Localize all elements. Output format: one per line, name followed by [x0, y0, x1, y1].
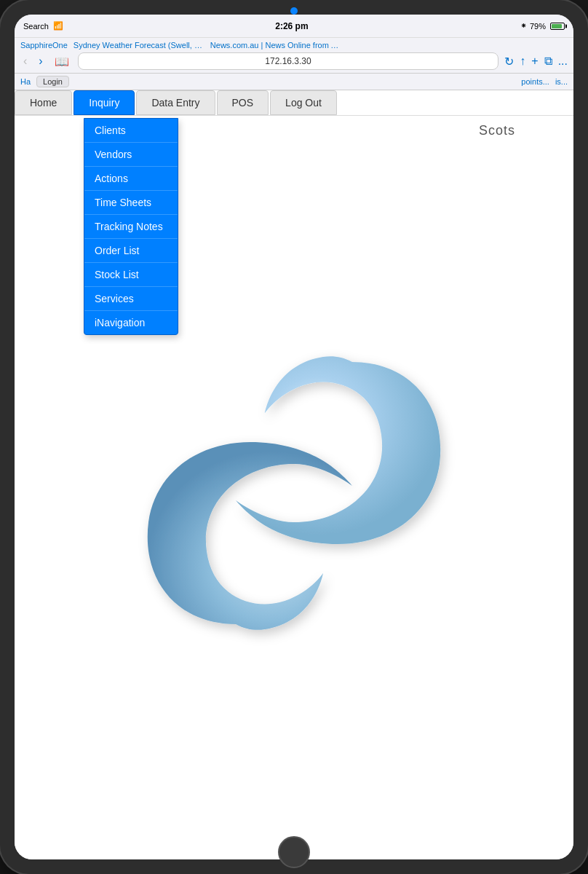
share-button[interactable]: ↑ [520, 55, 525, 68]
app-content: Home Inquiry Data Entry POS Log Out Scot… [15, 90, 573, 859]
wifi-icon: 📶 [53, 21, 63, 31]
nav-logout[interactable]: Log Out [270, 90, 337, 115]
browser-nav: ‹ › 📖 172.16.3.30 ↻ ↑ + [20, 52, 568, 70]
dropdown-tracking-notes[interactable]: Tracking Notes [84, 215, 178, 239]
dropdown-actions[interactable]: Actions [84, 167, 178, 191]
dropdown-services[interactable]: Services [84, 287, 178, 311]
dropdown-clients[interactable]: Clients [84, 119, 178, 143]
bookmark-points[interactable]: points... [521, 77, 549, 86]
status-right: ⁕ 79% [520, 21, 565, 31]
app-nav: Home Inquiry Data Entry POS Log Out [15, 90, 573, 116]
nav-home[interactable]: Home [15, 90, 72, 115]
share-icon: ↑ [520, 55, 525, 67]
ipad-screen: Search 📶 2:26 pm ⁕ 79% SapphireOne Sydne… [15, 15, 573, 859]
back-button[interactable]: ‹ [20, 53, 30, 69]
dropdown-order-list[interactable]: Order List [84, 239, 178, 263]
camera-dot [290, 7, 298, 15]
tab-weather[interactable]: Sydney Weather Forecast (Swell, Wind, Ti… [74, 41, 204, 50]
ipad-frame: Search 📶 2:26 pm ⁕ 79% SapphireOne Sydne… [0, 0, 588, 874]
bookmark-ha[interactable]: Ha [20, 77, 31, 86]
add-tab-icon: + [531, 55, 538, 67]
status-time: 2:26 pm [275, 21, 308, 31]
more-button[interactable]: ... [558, 55, 568, 68]
tabs-overview-button[interactable]: ⧉ [544, 55, 552, 68]
bookmarks-button[interactable]: 📖 [52, 53, 72, 70]
battery-fill [552, 24, 562, 28]
status-left: Search 📶 [23, 21, 63, 31]
dropdown-vendors[interactable]: Vendors [84, 143, 178, 167]
reload-button[interactable]: ↻ [504, 55, 514, 68]
home-button[interactable] [278, 836, 310, 868]
bookmarks-bar: Ha Login points... is... [15, 74, 573, 90]
forward-button[interactable]: › [36, 53, 45, 69]
nav-pos[interactable]: POS [217, 90, 269, 115]
battery-icon [550, 23, 565, 30]
tab-news[interactable]: News.com.au | News Online from Australia… [210, 41, 341, 50]
sapphireone-logo [119, 318, 469, 668]
bookmarks-icon: 📖 [55, 55, 69, 68]
dropdown-inavigation[interactable]: iNavigation [84, 311, 178, 334]
dropdown-time-sheets[interactable]: Time Sheets [84, 191, 178, 215]
nav-inquiry[interactable]: Inquiry [74, 90, 135, 115]
more-icon: ... [558, 55, 568, 67]
url-bar[interactable]: 172.16.3.30 [78, 52, 499, 70]
back-icon: ‹ [23, 55, 27, 67]
reload-icon: ↻ [504, 55, 514, 68]
status-bar: Search 📶 2:26 pm ⁕ 79% [15, 15, 573, 38]
bookmark-is[interactable]: is... [555, 77, 568, 86]
tab-sapphireone[interactable]: SapphireOne [20, 41, 68, 50]
bookmark-login[interactable]: Login [36, 76, 69, 87]
battery-percent: 79% [530, 22, 546, 31]
dropdown-menu: Clients Vendors Actions Time Sheets Trac… [84, 118, 178, 335]
search-label: Search [23, 22, 49, 31]
nav-data-entry[interactable]: Data Entry [136, 90, 215, 115]
dropdown-stock-list[interactable]: Stock List [84, 263, 178, 287]
browser-tabs: SapphireOne Sydney Weather Forecast (Swe… [20, 41, 568, 50]
browser-toolbar: SapphireOne Sydney Weather Forecast (Swe… [15, 38, 573, 74]
bluetooth-icon: ⁕ [520, 21, 527, 31]
tabs-icon: ⧉ [544, 55, 552, 67]
add-tab-button[interactable]: + [531, 55, 538, 68]
forward-icon: › [39, 55, 42, 67]
